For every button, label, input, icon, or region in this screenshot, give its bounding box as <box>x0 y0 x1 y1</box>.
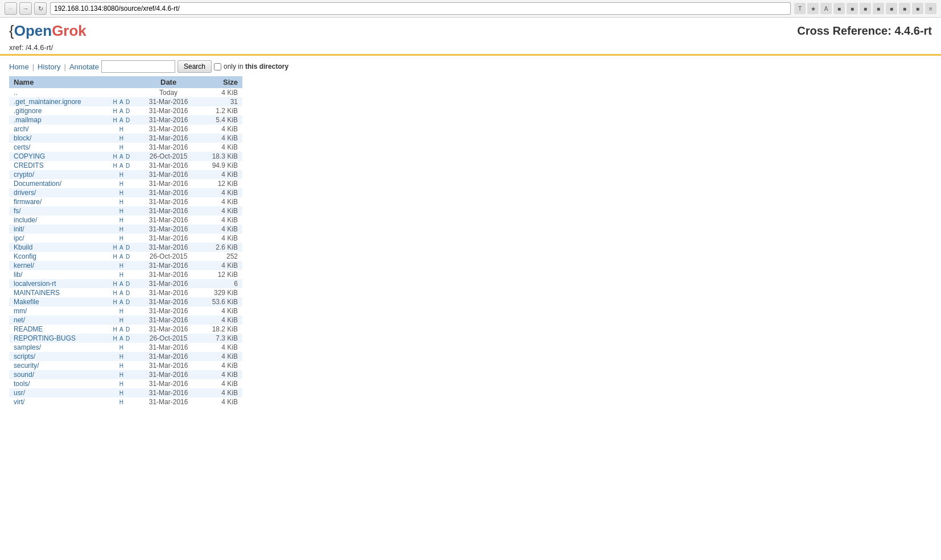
search-button[interactable]: Search <box>178 60 212 73</box>
file-link[interactable]: ipc/ <box>14 234 24 242</box>
ext-icon3[interactable]: ■ <box>860 3 871 14</box>
file-link[interactable]: CREDITS <box>14 161 44 169</box>
had-link[interactable]: H <box>113 335 118 342</box>
file-link[interactable]: certs/ <box>14 143 30 151</box>
had-link[interactable]: D <box>126 108 130 114</box>
file-link[interactable]: init/ <box>14 225 24 233</box>
had-link[interactable]: A <box>119 254 123 260</box>
had-link[interactable]: H <box>113 244 118 251</box>
file-link[interactable]: REPORTING-BUGS <box>14 334 76 342</box>
file-link[interactable]: Kconfig <box>14 252 36 260</box>
had-link[interactable]: D <box>126 326 130 333</box>
ext-icon1[interactable]: ■ <box>833 3 845 14</box>
had-link[interactable]: A <box>119 117 123 123</box>
translate-icon[interactable]: T <box>794 3 806 14</box>
file-link[interactable]: Makefile <box>14 298 39 306</box>
file-link[interactable]: scripts/ <box>14 352 35 360</box>
had-link[interactable]: H <box>119 181 124 187</box>
had-link[interactable]: H <box>119 217 124 223</box>
had-link[interactable]: A <box>119 281 123 287</box>
file-link[interactable]: README <box>14 325 43 333</box>
file-link[interactable]: drivers/ <box>14 189 36 197</box>
had-link[interactable]: A <box>119 299 123 305</box>
file-link[interactable]: usr/ <box>14 389 25 397</box>
had-link[interactable]: H <box>119 144 124 151</box>
file-link[interactable]: firmware/ <box>14 198 42 206</box>
back-button[interactable]: ← <box>5 2 17 15</box>
had-link[interactable]: D <box>126 290 130 296</box>
file-link[interactable]: fs/ <box>14 207 21 215</box>
had-link[interactable]: H <box>119 317 124 323</box>
had-link[interactable]: H <box>119 135 124 142</box>
file-link[interactable]: security/ <box>14 362 39 370</box>
url-bar[interactable] <box>50 2 791 15</box>
had-link[interactable]: A <box>119 163 123 169</box>
had-link[interactable]: H <box>119 354 124 360</box>
forward-button[interactable]: → <box>19 2 32 15</box>
had-link[interactable]: D <box>126 299 130 305</box>
file-link[interactable]: arch/ <box>14 125 29 133</box>
had-link[interactable]: H <box>119 381 124 387</box>
had-link[interactable]: A <box>119 99 123 105</box>
file-link[interactable]: crypto/ <box>14 171 34 179</box>
had-link[interactable]: A <box>119 290 123 296</box>
had-link[interactable]: D <box>126 163 130 169</box>
had-link[interactable]: H <box>119 363 124 369</box>
file-link[interactable]: .mailmap <box>14 116 42 124</box>
file-link[interactable]: mm/ <box>14 307 27 315</box>
had-link[interactable]: H <box>119 390 124 396</box>
had-link[interactable]: D <box>126 99 130 105</box>
had-link[interactable]: A <box>119 244 123 251</box>
had-link[interactable]: H <box>113 163 118 169</box>
had-link[interactable]: H <box>119 226 124 233</box>
had-link[interactable]: D <box>126 154 130 160</box>
had-link[interactable]: H <box>113 154 118 160</box>
had-link[interactable]: H <box>113 299 118 305</box>
file-link[interactable]: sound/ <box>14 371 34 379</box>
had-link[interactable]: H <box>113 117 118 123</box>
had-link[interactable]: H <box>113 108 118 114</box>
had-link[interactable]: H <box>119 235 124 242</box>
ext-icon7[interactable]: ■ <box>912 3 923 14</box>
ext-icon6[interactable]: ■ <box>899 3 910 14</box>
had-link[interactable]: D <box>126 254 130 260</box>
had-link[interactable]: A <box>119 154 123 160</box>
annotate-link[interactable]: Annotate <box>69 63 99 71</box>
file-link[interactable]: .get_maintainer.ignore <box>14 98 81 106</box>
had-link[interactable]: H <box>113 290 118 296</box>
had-link[interactable]: D <box>126 281 130 287</box>
had-link[interactable]: H <box>119 399 124 405</box>
file-link[interactable]: lib/ <box>14 271 22 279</box>
had-link[interactable]: A <box>119 108 123 114</box>
had-link[interactable]: H <box>119 208 124 214</box>
file-link[interactable]: .. <box>14 89 18 97</box>
had-link[interactable]: H <box>113 99 118 105</box>
had-link[interactable]: H <box>113 254 118 260</box>
had-link[interactable]: D <box>126 244 130 251</box>
ext-icon2[interactable]: ■ <box>847 3 858 14</box>
file-link[interactable]: kernel/ <box>14 262 34 269</box>
file-link[interactable]: Documentation/ <box>14 180 61 188</box>
had-link[interactable]: H <box>119 308 124 314</box>
had-link[interactable]: H <box>119 263 124 269</box>
file-link[interactable]: samples/ <box>14 343 41 351</box>
file-link[interactable]: COPYING <box>14 152 45 160</box>
had-link[interactable]: A <box>119 335 123 342</box>
had-link[interactable]: D <box>126 117 130 123</box>
file-link[interactable]: MAINTAINERS <box>14 289 60 297</box>
file-link[interactable]: net/ <box>14 316 25 324</box>
reload-button[interactable]: ↻ <box>34 2 47 15</box>
had-link[interactable]: H <box>119 272 124 278</box>
had-link[interactable]: H <box>119 199 124 205</box>
had-link[interactable]: H <box>113 281 118 287</box>
star-icon[interactable]: ★ <box>807 3 819 14</box>
only-in-checkbox[interactable] <box>214 63 221 70</box>
search-input[interactable] <box>101 60 175 73</box>
had-link[interactable]: D <box>126 335 130 342</box>
file-link[interactable]: include/ <box>14 216 37 224</box>
had-link[interactable]: H <box>119 126 124 132</box>
had-link[interactable]: H <box>119 345 124 351</box>
had-link[interactable]: H <box>119 172 124 178</box>
file-link[interactable]: Kbuild <box>14 243 32 251</box>
adblock-icon[interactable]: A <box>820 3 832 14</box>
